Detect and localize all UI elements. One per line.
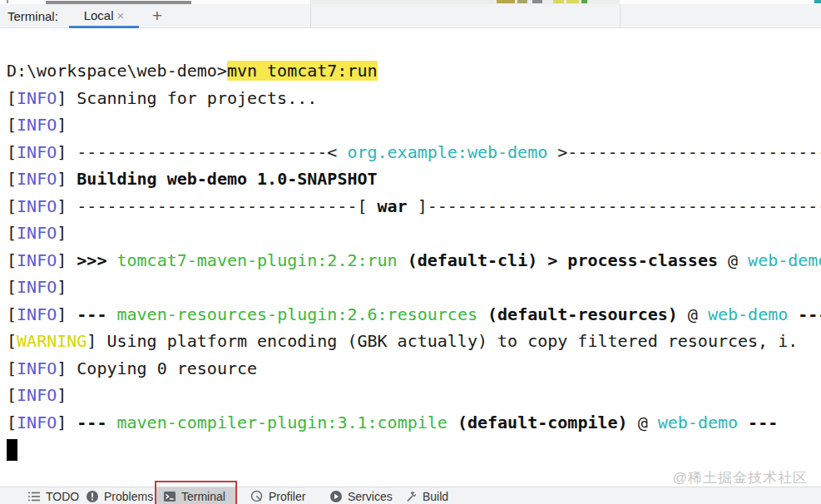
watermark: @稀土掘金技术社区 [673, 468, 808, 487]
terminal-line: [INFO] Building web-demo 1.0-SNAPSHOT [7, 166, 821, 193]
terminal-panel-label: Terminal: [7, 9, 58, 23]
terminal-cursor [7, 439, 17, 461]
toolwindow-button-label: TODO [46, 490, 79, 503]
terminal-icon [163, 490, 176, 503]
terminal-line: [INFO] ----------------------------[ war… [7, 193, 821, 220]
clipped-code-mark [553, 0, 564, 3]
toolwindow-button-problems[interactable]: Problems [86, 490, 153, 503]
toolwindow-button-label: Terminal [181, 490, 225, 503]
terminal-line: [WARNING] Using platform encoding (GBK a… [7, 328, 821, 355]
terminal-line: [INFO] [7, 220, 821, 247]
terminal-line: [INFO] --- maven-resources-plugin:2.6:re… [7, 301, 821, 329]
clipped-code-mark [814, 0, 821, 3]
clipped-code-mark [517, 0, 527, 3]
terminal-line: D:\workspace\web-demo>mvn tomcat7:run [7, 57, 821, 85]
clipped-code-mark [581, 0, 587, 3]
toolwindow-button-terminal[interactable]: Terminal [163, 490, 225, 503]
tabbar-separator [310, 4, 311, 27]
todo-icon [27, 490, 41, 503]
plus-icon: + [152, 6, 162, 25]
clipped-tree-guideline [7, 0, 8, 3]
problems-icon [86, 490, 99, 503]
tab-local-label: Local [84, 8, 114, 22]
clipped-code-mark [566, 0, 579, 3]
toolwindow-button-label: Profiler [269, 490, 305, 503]
clipped-code-mark [532, 0, 542, 3]
profiler-icon [250, 490, 264, 503]
new-session-button[interactable]: + [149, 4, 166, 28]
terminal-line: [INFO] Copying 0 resource [7, 355, 821, 383]
terminal-line: [INFO] Scanning for projects... [7, 85, 821, 112]
tool-window-bar: TODO Problems Terminal Profiler Services [0, 487, 821, 504]
terminal-line: [INFO] [7, 382, 821, 409]
terminal-line: [INFO] >>> tomcat7-maven-plugin:2.2:run … [7, 247, 821, 274]
toolwindow-button-build[interactable]: Build [404, 490, 448, 503]
terminal-tab-bar: Terminal: Local× + [0, 4, 821, 28]
ide-terminal-panel: Terminal: Local× + D:\workspace\web-demo… [0, 0, 821, 504]
close-icon[interactable]: × [117, 8, 125, 22]
terminal-line: [INFO] [7, 274, 821, 301]
terminal-line: [INFO] [7, 111, 821, 139]
terminal-content-area[interactable]: D:\workspace\web-demo>mvn tomcat7:run[IN… [0, 28, 821, 487]
build-icon [404, 490, 418, 503]
terminal-output: D:\workspace\web-demo>mvn tomcat7:run[IN… [7, 57, 821, 436]
terminal-line: [INFO] --- maven-compiler-plugin:3.1:com… [7, 409, 821, 437]
toolwindow-button-label: Services [348, 490, 393, 503]
toolwindow-button-profiler[interactable]: Profiler [250, 490, 305, 503]
terminal-line: [INFO] -------------------------< org.ex… [7, 139, 821, 166]
clipped-code-mark [497, 0, 515, 3]
toolwindow-button-label: Build [423, 490, 448, 503]
tabbar-separator [620, 4, 621, 27]
services-icon [329, 490, 343, 503]
toolwindow-button-todo[interactable]: TODO [27, 490, 79, 503]
toolwindow-button-services[interactable]: Services [329, 490, 393, 503]
tab-local[interactable]: Local× [69, 4, 139, 28]
toolwindow-button-label: Problems [104, 490, 153, 503]
